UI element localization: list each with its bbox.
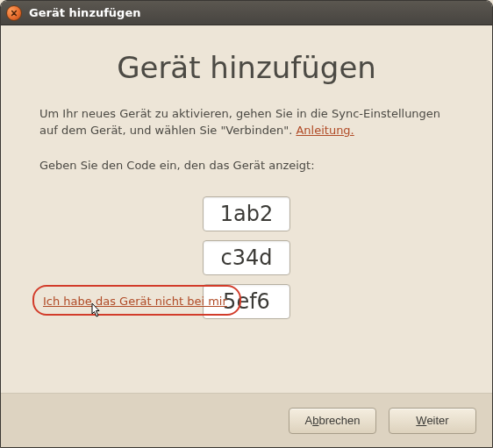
close-icon xyxy=(11,10,18,17)
code-input-2[interactable] xyxy=(203,240,290,275)
instructions-link[interactable]: Anleitung. xyxy=(296,124,354,137)
dialog-content: Gerät hinzufügen Um Ihr neues Gerät zu a… xyxy=(1,25,492,393)
titlebar: Gerät hinzufügen xyxy=(1,1,492,25)
window-title: Gerät hinzufügen xyxy=(29,6,487,19)
page-title: Gerät hinzufügen xyxy=(39,50,454,85)
cancel-button[interactable]: Abbrechen xyxy=(289,408,376,434)
instruction-text: Um Ihr neues Gerät zu aktivieren, gehen … xyxy=(39,106,454,139)
code-prompt: Geben Sie den Code ein, den das Gerät an… xyxy=(39,159,454,172)
dialog-window: Gerät hinzufügen Gerät hinzufügen Um Ihr… xyxy=(0,0,493,448)
code-input-1[interactable] xyxy=(203,196,290,231)
close-button[interactable] xyxy=(6,5,22,21)
no-device-highlight: Ich habe das Gerät nicht bei mir xyxy=(32,285,241,316)
highlight-ring: Ich habe das Gerät nicht bei mir xyxy=(32,285,241,316)
instruction-pre: Um Ihr neues Gerät zu aktivieren, gehen … xyxy=(39,107,440,137)
next-button[interactable]: Weiter xyxy=(389,408,476,434)
no-device-link[interactable]: Ich habe das Gerät nicht bei mir xyxy=(43,295,227,308)
button-bar: Abbrechen Weiter xyxy=(1,393,492,447)
